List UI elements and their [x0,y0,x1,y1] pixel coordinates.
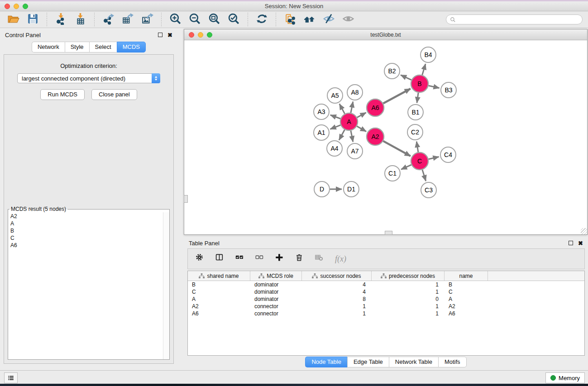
graph-node-C3[interactable]: C3 [421,182,436,198]
table-row[interactable]: Adominator80A [188,295,584,303]
zoom-fit-button[interactable] [205,12,224,27]
mcds-result-item[interactable]: A6 [10,242,167,249]
graph-node-C2[interactable]: C2 [407,124,423,140]
graph-node-B4[interactable]: B4 [421,47,436,62]
mcds-result-item[interactable]: C [10,234,167,242]
column-header-mcds-role[interactable]: MCDS role [250,271,302,281]
tab-style[interactable]: Style [65,42,89,52]
canvas-bottom-grip[interactable] [385,231,392,235]
search-input[interactable] [458,16,578,24]
hide-selected-button[interactable] [319,12,339,27]
graph-node-A4[interactable]: A4 [327,141,342,156]
new-network-from-selection-button[interactable] [280,12,300,27]
minimize-window-button[interactable] [14,4,19,9]
select-all-button[interactable] [235,253,245,264]
graph-node-A6[interactable]: A6 [367,99,384,116]
column-header-name[interactable]: name [445,271,488,281]
mcds-result-item[interactable]: B [10,227,167,234]
optimization-criterion-select[interactable]: largest connected component (directed) ▲… [17,73,160,83]
column-header-shared-name[interactable]: shared name [188,271,250,281]
graph-node-C4[interactable]: C4 [440,147,456,162]
graph-edge-A2-C[interactable] [383,141,411,156]
graph-node-A2[interactable]: A2 [367,128,384,145]
graph-edge-C-C3[interactable] [422,170,426,181]
graph-node-A1[interactable]: A1 [314,125,329,140]
function-builder-button[interactable]: f(x) [335,254,346,264]
run-mcds-button[interactable]: Run MCDS [40,89,85,100]
graph-edge-C-C1[interactable] [401,165,411,169]
close-window-button[interactable] [5,4,10,9]
settings-button[interactable] [196,253,205,264]
graph-edge-A-A1[interactable] [330,125,341,129]
float-panel-icon[interactable] [158,33,163,37]
tab-node-table[interactable]: Node Table [305,357,347,367]
graph-edge-A-A6[interactable] [357,113,366,118]
export-image-button[interactable] [138,12,157,27]
tab-network-table[interactable]: Network Table [389,357,438,367]
float-table-panel-icon[interactable] [569,241,573,245]
graph-node-C[interactable]: C [411,152,428,170]
network-zoom-button[interactable] [207,32,212,38]
split-panel-button[interactable] [215,253,225,264]
destroy-table-button[interactable] [315,253,325,264]
network-close-button[interactable] [189,32,194,38]
graph-edge-A-A8[interactable] [351,102,353,113]
delete-column-button[interactable] [295,253,305,264]
graph-node-C1[interactable]: C1 [385,166,400,181]
graph-node-A3[interactable]: A3 [314,104,329,119]
window-resize-grip[interactable] [581,228,587,234]
graph-edge-A-A5[interactable] [339,104,345,114]
save-session-button[interactable] [23,12,43,27]
export-table-button[interactable] [118,12,138,27]
graph-node-B[interactable]: B [411,75,428,92]
graph-node-B1[interactable]: B1 [408,105,423,120]
zoom-in-button[interactable] [166,12,185,27]
tab-select[interactable]: Select [89,42,117,52]
network-canvas[interactable]: AA1A2A3A4A5A6A7A8BB1B2B3B4CC1C2C3C4DD1 [184,40,587,234]
graph-node-A[interactable]: A [340,113,358,130]
result-scrollbar[interactable] [163,212,169,359]
graph-edge-A-A3[interactable] [330,115,340,119]
close-table-panel-icon[interactable]: ✖ [578,240,583,246]
add-column-button[interactable] [275,253,285,264]
column-header-successor-nodes[interactable]: successor nodes [302,271,372,281]
close-panel-icon[interactable]: ✖ [167,32,172,38]
graph-edge-A-A4[interactable] [339,130,344,140]
tab-network[interactable]: Network [32,42,65,52]
zoom-selected-button[interactable] [224,12,244,27]
canvas-left-grip[interactable] [184,195,188,203]
memory-button[interactable]: Memory [545,372,585,383]
network-minimize-button[interactable] [198,32,203,38]
refresh-button[interactable] [252,12,272,27]
table-row[interactable]: Bdominator41B [188,281,584,288]
graph-node-D1[interactable]: D1 [344,181,359,197]
graph-edge-C-C4[interactable] [429,157,439,159]
tab-edge-table[interactable]: Edge Table [347,357,389,367]
first-neighbors-button[interactable] [300,12,319,27]
graph-edge-A-A2[interactable] [357,126,366,132]
mcds-result-item[interactable]: A2 [10,213,167,220]
import-table-button[interactable] [71,12,90,27]
table-row[interactable]: A6connector11A6 [188,310,584,317]
search-field[interactable] [446,14,583,24]
graph-node-A8[interactable]: A8 [347,85,363,100]
graph-node-D[interactable]: D [314,181,330,197]
export-network-button[interactable] [99,12,118,27]
mcds-result-item[interactable]: A [10,220,167,227]
table-row[interactable]: A2connector11A2 [188,303,584,310]
graph-node-A5[interactable]: A5 [327,88,343,103]
graph-edge-B-B1[interactable] [417,93,418,103]
unselect-all-button[interactable] [255,253,265,264]
task-history-button[interactable] [4,372,18,383]
zoom-out-button[interactable] [185,12,205,27]
zoom-window-button[interactable] [23,4,28,9]
tab-motifs[interactable]: Motifs [438,357,467,367]
close-panel-button[interactable]: Close panel [91,89,137,100]
graph-node-A7[interactable]: A7 [347,143,363,159]
graph-node-B3[interactable]: B3 [441,82,456,98]
column-header-predecessor-nodes[interactable]: predecessor nodes [372,271,445,281]
graph-edge-B-B3[interactable] [429,86,440,88]
graph-edge-B-B4[interactable] [422,64,425,75]
show-all-button[interactable] [339,12,358,27]
open-file-button[interactable] [4,12,23,27]
